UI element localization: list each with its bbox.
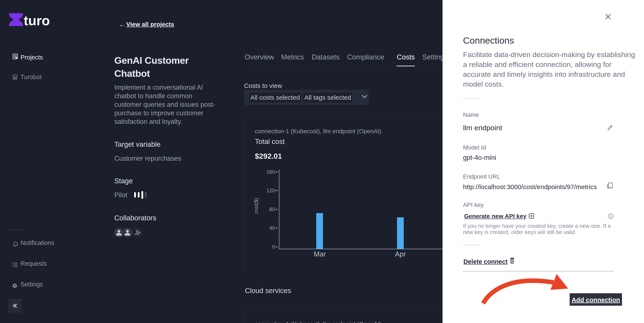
svg-text:40: 40 (269, 225, 275, 231)
svg-text:Apr: Apr (395, 250, 406, 258)
svg-text:0: 0 (272, 244, 275, 250)
svg-text:120: 120 (266, 188, 275, 193)
svg-text:80: 80 (269, 206, 275, 212)
svg-text:Mar: Mar (314, 250, 326, 258)
svg-text:cost($): cost($) (253, 198, 259, 213)
svg-text:160: 160 (266, 169, 275, 175)
